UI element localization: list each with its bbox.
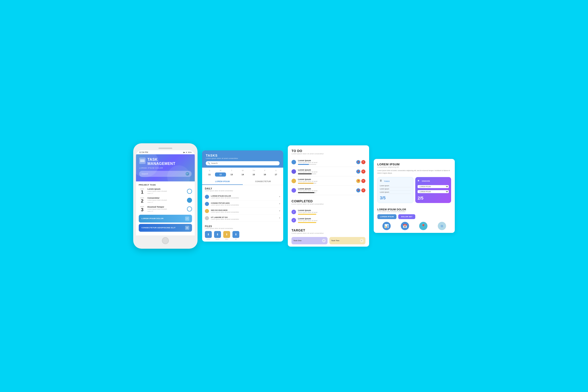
widget-ongoing-title: ONGOIN (422, 180, 430, 182)
file-label-3: dolor (225, 238, 228, 240)
dropdown-arrow-4[interactable]: ▼ (278, 217, 280, 219)
cal-day-11[interactable]: 11 (204, 172, 215, 176)
todo-progress-bar-1 (298, 164, 309, 165)
cal-day-12[interactable]: 12 (215, 172, 226, 176)
task-row-2: week 2 Consectetur Lorem ipsum dolor sit… (139, 197, 192, 204)
calendar-icon[interactable]: 📅 (401, 222, 409, 230)
daily-item-1: LOREM IPSUM DOLOR Lorem ipsum dolor sit … (205, 193, 280, 200)
search-icon[interactable]: 🔍 (186, 172, 189, 176)
todo-item-text-4: Lorem ipsum Lorem ipsum dolor sit amet (298, 188, 354, 193)
project-task-title: PROJECT TASK (139, 184, 192, 186)
phone-search-bar[interactable]: 🔍 (139, 171, 192, 177)
daily-item-name-1: LOREM IPSUM DOLOR (211, 195, 277, 197)
lorem-icon-item-2: 📅 (401, 222, 409, 230)
file-icon-box-1[interactable]: ⬇ (205, 231, 212, 238)
pin-action-2[interactable]: 📌 (356, 170, 360, 174)
tasks-tabs: LOREM IPSUM CONSECTETUR (202, 178, 283, 185)
widget-ongoing: ◉ ONGOIN LOREM IPSUM LOREM IPSUM 2/5 (415, 177, 451, 203)
target-card-check-1[interactable]: ✓ (322, 239, 326, 242)
tab-consectetur[interactable]: CONSECTETUR (243, 178, 284, 185)
tasks-search-bar[interactable]: 🔍 (206, 161, 280, 165)
widget-todo-header: ☰ TODO (380, 180, 411, 183)
pin-action-3[interactable]: 📌 (356, 179, 360, 183)
lorem2-title: LOREM IPSUM DOLOR (378, 208, 451, 211)
daily-item-3: SED DO EIUS MOD Lorem ipsum dolor sit am… (205, 208, 280, 215)
dropdown-arrow-2[interactable]: ▼ (278, 203, 280, 205)
lorem2-sub: Lorem ipsum dolor sit amet consectetur (378, 211, 451, 212)
task-name-2: Consectetur (148, 197, 185, 199)
file-icon-box-3[interactable]: ⬇ (223, 231, 230, 238)
layout-icon[interactable]: ⧉ (438, 222, 446, 230)
files-title: FILES (205, 225, 280, 228)
completed-check-2: ✓ (292, 218, 296, 222)
files-icons: ⬇ lorem ⬇ ipsum ⬇ dolor ⬇ sit (205, 231, 280, 240)
phone-search-input[interactable] (142, 173, 184, 175)
daily-item-sub-4: Lorem ipsum dolor sit amet consectetur (211, 218, 277, 220)
completed-item-1: ✓ Lorem ipsum Lorem ipsum dolor sit amet (292, 208, 365, 216)
file-icon-box-4[interactable]: ⬇ (232, 231, 239, 238)
daily-item-text-3: SED DO EIUS MOD Lorem ipsum dolor sit am… (211, 209, 277, 213)
tab-lorem-ipsum[interactable]: LOREM IPSUM (202, 178, 243, 185)
completed-progress-1 (298, 214, 316, 215)
bar-chart-icon[interactable]: 📊 (382, 222, 391, 230)
widget-ongoing-header: ◉ ONGOIN (418, 179, 449, 182)
widget-todo-item-2: Lorem ipsum (380, 188, 411, 190)
task-name-3: Eiusmod Tempor (148, 206, 185, 208)
cal-day-15[interactable]: 15 (248, 172, 259, 176)
week-num-1: week 1 (139, 188, 146, 194)
status-time: 12:34 PM (139, 151, 148, 154)
widgets-row: ☰ TODO Lorem ipsum Lorem ipsum Lorem ips… (378, 177, 451, 203)
phone-status-bar: 12:34 PM ▶ ✦ 50% (136, 150, 195, 154)
todo-section-title: TO DO (292, 149, 365, 153)
lorem2-btn-2[interactable]: DOLOR SET (398, 214, 415, 219)
lorem2-btn-1[interactable]: LOREM IPSUM (378, 214, 397, 219)
dropdown-arrow-3[interactable]: ▼ (278, 210, 280, 212)
widget-ongoing-select-1[interactable]: LOREM IPSUM (418, 185, 449, 188)
widget-ongoing-select-2[interactable]: LOREM IPSUM (418, 190, 449, 193)
file-item-4: ⬇ sit (232, 231, 239, 240)
task-desc-3: Lorem ipsum dolor sit ametweek 1-5 (148, 208, 185, 212)
widget-todo-title: TODO (384, 180, 390, 182)
target-card-check-2[interactable]: ✓ (360, 239, 364, 242)
logo-area: TASK MANAGEMENT (139, 158, 192, 166)
home-button[interactable] (162, 237, 169, 244)
cal-day-17[interactable]: 17 (270, 172, 281, 176)
close-action-4[interactable]: ✕ (361, 188, 366, 192)
phone-btn-2[interactable]: CONSECTETUR ADISPISCING ELIT ⊞ (139, 224, 192, 232)
pin-action-4[interactable]: 📌 (356, 188, 360, 192)
tasks-search-input[interactable] (211, 162, 278, 164)
phone-btn-1[interactable]: LOREM IPSUM DOLOR ✓ (139, 215, 192, 222)
file-icon-box-2[interactable]: ⬇ (214, 231, 221, 238)
close-action-2[interactable]: ✕ (361, 170, 366, 174)
dropdown-arrow-1[interactable]: ▼ (278, 196, 280, 198)
pin-action-1[interactable]: 📌 (356, 160, 360, 164)
todo-item-sub-1: Lorem ipsum dolor sit amet (298, 162, 354, 163)
tasks-panel-subtitle: Lorem ipsum dolor sit amet consectetur (206, 157, 280, 159)
files-sub: Lorem ipsum dolor sit amet consectetur (205, 228, 280, 229)
todo-item-text-2: Lorem ipsum Lorem ipsum dolor sit amet (298, 169, 354, 174)
widget-todo-icon: ☰ (380, 180, 383, 183)
completed-name-2: Lorem ipsum (298, 218, 365, 220)
tasks-panel-header: TASKS Lorem ipsum dolor sit amet consect… (202, 150, 283, 168)
close-action-1[interactable]: ✕ (361, 160, 366, 164)
location-icon[interactable]: 📍 (419, 222, 428, 230)
phone-mockup: 12:34 PM ▶ ✦ 50% TASK MANAGEMENT (133, 143, 198, 249)
completed-text-1: Lorem ipsum Lorem ipsum dolor sit amet (298, 209, 365, 215)
todo-dot-4 (292, 188, 296, 193)
file-item-3: ⬇ dolor (223, 231, 230, 240)
todo-panel: TO DO Lorem ipsum dolor sit amet consect… (288, 145, 369, 247)
todo-actions-3: 📌 ✕ (356, 179, 366, 183)
week-num-3: week 3 (139, 206, 146, 212)
cal-day-16[interactable]: 16 (259, 172, 270, 176)
checkmark-icon: ✓ (185, 216, 189, 221)
close-action-3[interactable]: ✕ (361, 179, 366, 183)
task-name-1: Lorem ipsum (148, 188, 185, 190)
lorem-icon-item-1: 📊 (382, 222, 391, 230)
cal-day-13[interactable]: 13 (226, 172, 237, 176)
target-card-1: Task One ✓ (292, 237, 328, 244)
todo-actions-4: 📌 ✕ (356, 188, 366, 192)
completed-text-2: Lorem ipsum Lorem ipsum dolor sit amet (298, 218, 365, 223)
todo-progress-bar-3 (298, 183, 314, 184)
daily-item-4: UT LABORE ET DO Lorem ipsum dolor sit am… (205, 215, 280, 222)
cal-day-14[interactable]: 14 (237, 172, 248, 176)
